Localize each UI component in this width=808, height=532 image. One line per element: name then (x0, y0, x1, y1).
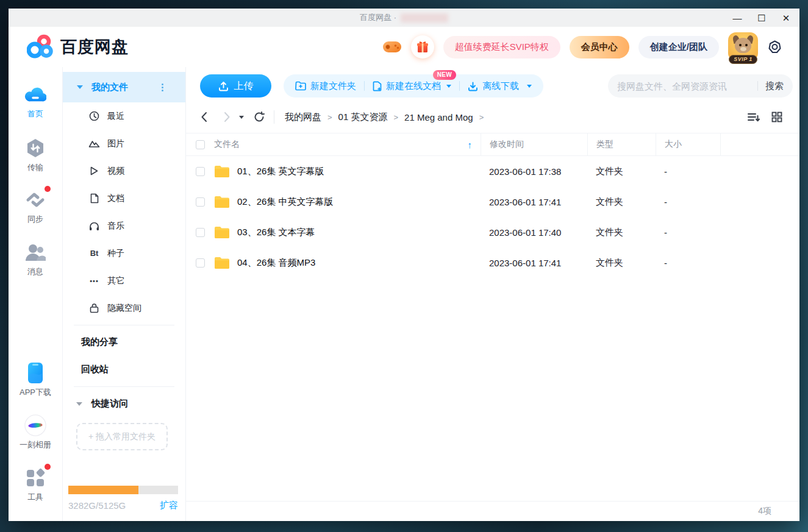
table-row[interactable]: 02、26集 中英文字幕版 2023-06-01 17:41 文件夹 - (186, 186, 799, 217)
more-options-icon[interactable] (162, 83, 163, 91)
rail-item-home[interactable]: 首页 (24, 83, 46, 119)
settings-icon[interactable] (767, 40, 782, 55)
chevron-down-icon[interactable] (77, 85, 83, 89)
title-bar[interactable]: 百度网盘 · — ☐ ✕ (9, 9, 799, 27)
file-type: 文件夹 (587, 166, 656, 177)
row-checkbox[interactable] (196, 228, 205, 237)
expand-storage-link[interactable]: 扩容 (160, 500, 178, 511)
offline-download-button[interactable]: 离线下载 (468, 80, 532, 92)
video-icon (88, 166, 100, 176)
column-header-time[interactable]: 修改时间 (481, 133, 587, 155)
games-icon[interactable] (382, 40, 402, 54)
history-dropdown-icon[interactable] (239, 116, 244, 119)
sidebar-item-my-files[interactable]: 我的文件 (63, 72, 185, 102)
music-icon (88, 221, 100, 231)
new-doc-icon (373, 81, 382, 91)
table-row[interactable]: 01、26集 英文字幕版 2023-06-01 17:38 文件夹 - (186, 156, 799, 186)
sidebar-item-other[interactable]: ••• 其它 (63, 267, 185, 294)
breadcrumb-separator: > (393, 113, 398, 122)
search-input[interactable] (617, 81, 750, 91)
toolbar: 上传 新建文件夹 NEW (186, 67, 799, 101)
breadcrumb-item[interactable]: 21 Meg and Mog (404, 112, 473, 122)
rail-item-messages[interactable]: 消息 (24, 241, 46, 277)
member-center-button[interactable]: 会员中心 (570, 36, 629, 59)
rail-item-app-download[interactable]: APP下载 (20, 362, 51, 398)
sidebar-section-quick-access[interactable]: 快捷访问 (63, 390, 185, 417)
drop-favorite-folder-zone[interactable]: + 拖入常用文件夹 (76, 423, 168, 450)
side-navigation: 我的文件 最近 图片 (63, 67, 186, 521)
new-badge: NEW (433, 70, 456, 80)
sidebar-item-recent[interactable]: 最近 (63, 102, 185, 130)
upload-button[interactable]: 上传 (200, 74, 271, 98)
sidebar-item-torrents[interactable]: Bt 种子 (63, 239, 185, 267)
new-folder-button[interactable]: 新建文件夹 (295, 80, 356, 92)
file-name[interactable]: 04、26集 音频MP3 (237, 257, 315, 269)
image-icon (88, 139, 100, 148)
rail-label: 工具 (27, 492, 43, 503)
forward-button[interactable] (224, 112, 231, 122)
sidebar-item-my-shares[interactable]: 我的分享 (63, 328, 185, 356)
tools-notification-dot (45, 464, 51, 470)
quick-access-label: 快捷访问 (91, 398, 128, 410)
sidebar-item-hidden-space[interactable]: 隐藏空间 (63, 294, 185, 322)
search-box[interactable]: 搜索 (608, 74, 793, 98)
column-header-type[interactable]: 类型 (587, 133, 656, 155)
sidebar-item-documents[interactable]: 文档 (63, 185, 185, 212)
baidu-netdisk-logo[interactable]: 百度网盘 (27, 34, 129, 60)
logo-text: 百度网盘 (60, 36, 129, 58)
chevron-down-icon[interactable] (76, 402, 82, 406)
rail-item-photos[interactable]: 一刻相册 (20, 414, 51, 450)
rail-item-sync[interactable]: 同步 (24, 189, 46, 225)
row-checkbox[interactable] (196, 197, 205, 207)
table-row[interactable]: 04、26集 音频MP3 2023-06-01 17:41 文件夹 - (186, 247, 799, 278)
new-doc-label: 新建在线文档 (386, 80, 441, 92)
file-size: - (656, 227, 720, 238)
sidebar-item-music[interactable]: 音乐 (63, 212, 185, 239)
row-checkbox[interactable] (196, 167, 205, 176)
sort-ascending-icon[interactable]: ↑ (468, 140, 473, 150)
sidebar-item-videos[interactable]: 视频 (63, 157, 185, 185)
back-button[interactable] (201, 112, 207, 122)
rail-label: 消息 (27, 266, 43, 277)
minimize-button[interactable]: — (732, 13, 742, 23)
sort-order-icon[interactable] (747, 112, 760, 122)
create-team-button[interactable]: 创建企业/团队 (638, 36, 719, 59)
sidebar-item-images[interactable]: 图片 (63, 130, 185, 157)
close-button[interactable]: ✕ (781, 13, 791, 23)
lock-icon (88, 303, 100, 313)
breadcrumb-item[interactable]: 我的网盘 (285, 112, 321, 123)
file-type: 文件夹 (587, 227, 656, 238)
upload-icon (218, 81, 229, 91)
refresh-icon[interactable] (254, 112, 265, 122)
svip-renewal-banner[interactable]: 超值续费延长SVIP特权 (443, 36, 560, 59)
row-checkbox[interactable] (196, 258, 205, 268)
select-all-checkbox[interactable] (196, 140, 205, 149)
home-icon (24, 83, 46, 105)
breadcrumb-item[interactable]: 01 英文资源 (338, 112, 388, 123)
window-title: 百度网盘 · (360, 12, 448, 23)
file-name[interactable]: 01、26集 英文字幕版 (237, 166, 324, 177)
tree-label: 种子 (107, 248, 124, 259)
file-name[interactable]: 03、26集 文本字幕 (237, 227, 315, 238)
file-name[interactable]: 02、26集 中英文字幕版 (237, 196, 334, 208)
messages-icon (24, 241, 46, 263)
storage-usage-bar[interactable] (68, 486, 178, 494)
rail-item-tools[interactable]: 工具 (24, 467, 46, 503)
column-header-name[interactable]: 文件名 (214, 139, 240, 150)
rail-label: APP下载 (20, 387, 51, 398)
file-size: - (656, 197, 720, 207)
table-row[interactable]: 03、26集 文本字幕 2023-06-01 17:40 文件夹 - (186, 217, 799, 247)
column-header-size[interactable]: 大小 (656, 133, 720, 155)
gift-icon[interactable] (411, 35, 434, 59)
maximize-button[interactable]: ☐ (757, 13, 767, 23)
sidebar-item-recycle-bin[interactable]: 回收站 (63, 356, 185, 383)
file-modified-time: 2023-06-01 17:41 (481, 197, 587, 207)
grid-view-icon[interactable] (771, 112, 782, 122)
new-online-doc-button[interactable]: NEW 新建在线文档 (373, 80, 451, 92)
file-list: 01、26集 英文字幕版 2023-06-01 17:38 文件夹 - (186, 156, 799, 501)
user-avatar[interactable]: SVIP 1 (728, 32, 758, 62)
tree-label: 隐藏空间 (107, 303, 141, 314)
item-count: 4项 (758, 506, 771, 517)
search-button[interactable]: 搜索 (765, 80, 784, 92)
rail-item-transfer[interactable]: 传输 (24, 137, 46, 173)
